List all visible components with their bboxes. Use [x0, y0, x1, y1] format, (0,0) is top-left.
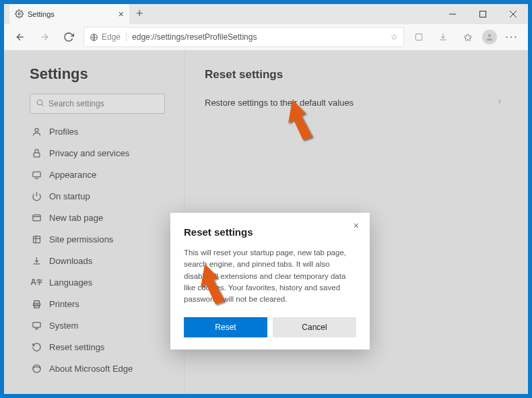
back-button[interactable] [11, 28, 30, 46]
titlebar: Settings × + [4, 4, 528, 24]
svg-rect-2 [479, 11, 486, 18]
new-tab-button[interactable]: + [129, 4, 150, 24]
dialog-text: This will reset your startup page, new t… [184, 247, 356, 305]
address-bar[interactable]: Edge edge://settings/resetProfileSetting… [84, 27, 404, 47]
svg-rect-8 [415, 34, 422, 40]
maximize-button[interactable] [467, 4, 498, 24]
close-window-button[interactable] [498, 4, 528, 24]
minimize-button[interactable] [437, 4, 467, 24]
forward-button[interactable] [35, 28, 54, 46]
profile-avatar[interactable] [482, 30, 497, 44]
downloads-icon[interactable] [434, 28, 453, 46]
content-area: Settings Profiles Privacy and services A… [4, 51, 528, 394]
gear-icon [15, 9, 24, 20]
window-controls [437, 4, 528, 24]
refresh-button[interactable] [59, 28, 78, 46]
svg-point-9 [488, 34, 492, 37]
more-menu-icon[interactable]: ··· [502, 28, 521, 46]
dialog-title: Reset settings [184, 226, 356, 238]
dialog-close-icon[interactable] [352, 221, 360, 232]
browser-window: Settings × + Edge edge://settings/resetP… [4, 4, 528, 394]
favorite-icon[interactable]: ☆ [391, 32, 398, 42]
tab-title: Settings [28, 10, 55, 18]
close-tab-icon[interactable]: × [119, 9, 124, 20]
favorites-icon[interactable]: ✩ [458, 28, 477, 46]
svg-point-0 [18, 12, 20, 14]
cancel-button[interactable]: Cancel [273, 317, 356, 337]
toolbar: Edge edge://settings/resetProfileSetting… [4, 24, 528, 51]
dialog-buttons: Reset Cancel [184, 317, 356, 337]
reset-settings-dialog: Reset settings This will reset your star… [170, 213, 370, 350]
extensions-icon[interactable] [409, 28, 428, 46]
address-url: edge://settings/resetProfileSettings [132, 32, 257, 42]
reset-button[interactable]: Reset [184, 317, 267, 337]
browser-tab[interactable]: Settings × [9, 4, 129, 24]
address-prefix: Edge [90, 32, 127, 42]
